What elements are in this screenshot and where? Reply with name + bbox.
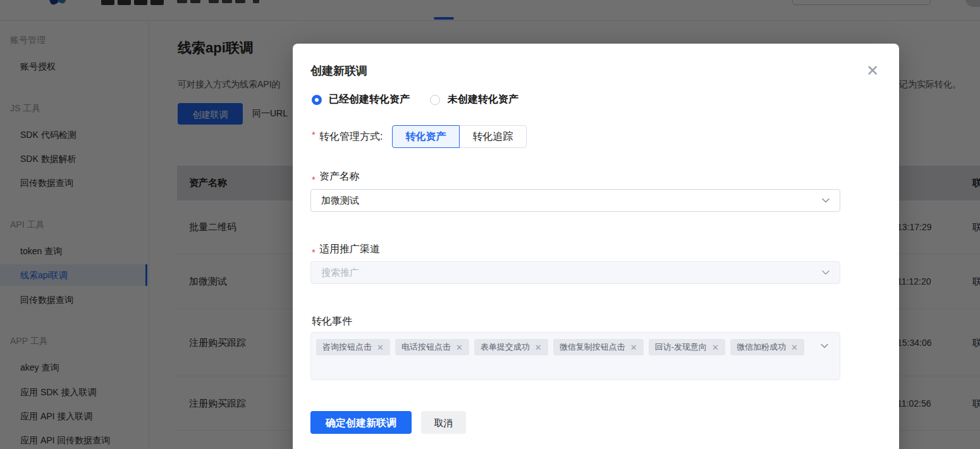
channel-value: 搜索推广 [321, 267, 359, 279]
modal-title: 创建新联调 [310, 63, 367, 78]
close-icon[interactable]: ✕ [864, 62, 881, 80]
chevron-down-icon[interactable] [821, 195, 831, 206]
required-mark: * [312, 174, 315, 185]
event-tag: 表单提交成功✕ [474, 339, 548, 355]
event-tag: 咨询按钮点击✕ [316, 339, 390, 355]
required-mark: * [312, 247, 315, 257]
field-label-events: 转化事件 [312, 315, 352, 328]
event-tag: 微信复制按钮点击✕ [553, 339, 644, 355]
field-label-manage-mode: 转化管理方式: [319, 125, 383, 148]
event-tag-label: 回访-发现意向 [655, 341, 707, 353]
event-tag-label: 表单提交成功 [481, 341, 530, 353]
cancel-button[interactable]: 取消 [421, 411, 466, 434]
radio-asset-not-created[interactable] [430, 95, 440, 105]
tag-remove-icon[interactable]: ✕ [791, 343, 798, 352]
tag-remove-icon[interactable]: ✕ [712, 343, 719, 352]
segment-conversion-asset[interactable]: 转化资产 [392, 125, 460, 148]
manage-mode-segmented-control: 转化资产 转化追踪 [392, 125, 527, 148]
asset-name-value: 加微测试 [321, 195, 359, 207]
field-label-channel: 适用推广渠道 [319, 243, 380, 256]
event-tag-label: 电话按钮点击 [401, 341, 451, 353]
field-label-asset-name: 资产名称 [319, 170, 360, 183]
chevron-down-icon[interactable] [819, 341, 830, 351]
event-tag: 回访-发现意向✕ [649, 339, 725, 355]
radio-label-asset-not-created[interactable]: 未创建转化资产 [448, 93, 518, 106]
conversion-events-multiselect[interactable]: 咨询按钮点击✕ 电话按钮点击✕ 表单提交成功✕ 微信复制按钮点击✕ 回访-发现意… [310, 332, 840, 380]
segment-conversion-tracking[interactable]: 转化追踪 [459, 125, 527, 148]
required-mark: * [312, 129, 315, 140]
event-tag-label: 咨询按钮点击 [322, 341, 372, 353]
channel-select: 搜索推广 [310, 261, 840, 284]
event-tag: 电话按钮点击✕ [395, 339, 469, 355]
event-tag-label: 微信复制按钮点击 [560, 341, 625, 353]
event-tag-label: 微信加粉成功 [737, 341, 786, 353]
tag-remove-icon[interactable]: ✕ [630, 343, 637, 352]
tag-remove-icon[interactable]: ✕ [456, 343, 463, 352]
tag-remove-icon[interactable]: ✕ [535, 343, 542, 352]
radio-asset-created[interactable] [312, 95, 322, 105]
chevron-down-icon [821, 268, 831, 278]
event-tag: 微信加粉成功✕ [730, 339, 804, 355]
create-debug-modal: 创建新联调 ✕ 已经创建转化资产 未创建转化资产 * 转化管理方式: 转化资产 … [293, 44, 899, 449]
tag-remove-icon[interactable]: ✕ [377, 343, 384, 352]
radio-label-asset-created[interactable]: 已经创建转化资产 [329, 93, 410, 106]
asset-name-select[interactable]: 加微测试 [310, 189, 840, 212]
confirm-create-button[interactable]: 确定创建新联调 [310, 411, 412, 434]
